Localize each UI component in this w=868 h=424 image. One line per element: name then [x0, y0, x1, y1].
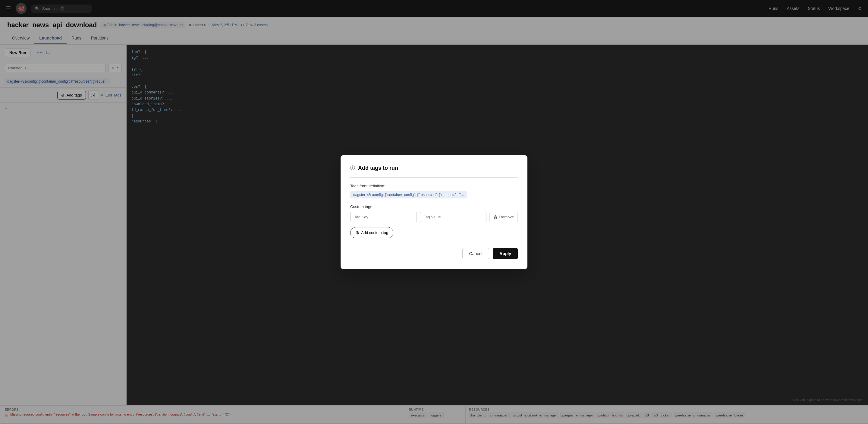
add-custom-icon: ⊕: [355, 230, 359, 236]
trash-icon: 🗑: [493, 215, 498, 219]
custom-tags-label: Custom tags:: [350, 205, 518, 209]
add-custom-tag-button[interactable]: ⊕ Add custom tag: [350, 227, 393, 238]
modal-footer: Cancel Apply: [350, 248, 518, 259]
remove-label: Remove: [499, 215, 514, 219]
tag-key-input[interactable]: [350, 212, 417, 222]
modal-title-row: ⓘ Add tags to run: [350, 165, 518, 171]
custom-tag-row: 🗑 Remove: [350, 212, 518, 222]
definition-tag-chip: dagster-k8s/config: {"container_config":…: [350, 191, 467, 199]
tag-value-input[interactable]: [420, 212, 487, 222]
remove-button[interactable]: 🗑 Remove: [490, 212, 518, 222]
modal-divider: [350, 177, 518, 178]
tags-from-definition-label: Tags from definition:: [350, 184, 518, 188]
add-custom-tag-label: Add custom tag: [361, 231, 388, 235]
apply-button[interactable]: Apply: [493, 248, 518, 259]
info-icon: ⓘ: [350, 165, 355, 171]
add-tags-modal: ⓘ Add tags to run Tags from definition: …: [341, 155, 527, 269]
modal-title: Add tags to run: [358, 165, 398, 171]
cancel-button[interactable]: Cancel: [462, 248, 490, 259]
modal-overlay[interactable]: ⓘ Add tags to run Tags from definition: …: [0, 0, 868, 424]
